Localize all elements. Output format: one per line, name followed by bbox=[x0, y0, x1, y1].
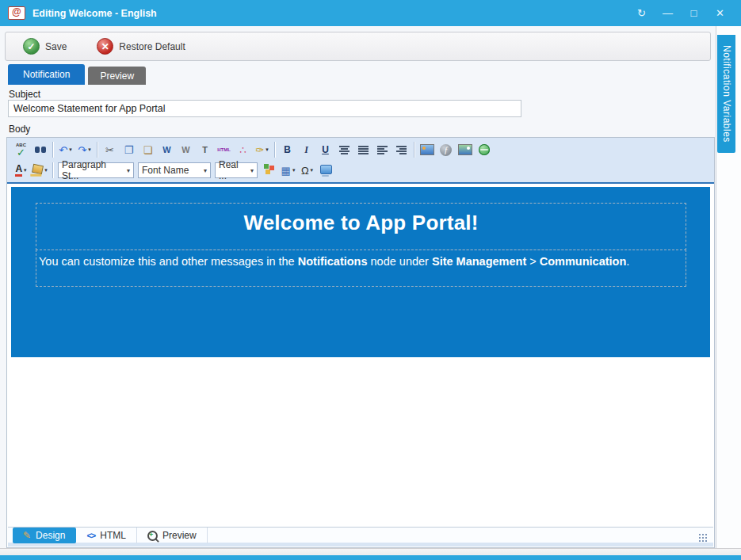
justify-icon[interactable] bbox=[354, 141, 372, 158]
mode-tab-design[interactable]: ✎Design bbox=[13, 528, 76, 543]
spellcheck-icon[interactable]: ABC✓ bbox=[12, 141, 30, 158]
palette-icon[interactable] bbox=[260, 162, 278, 179]
align-right-icon[interactable] bbox=[392, 141, 411, 158]
mode-tab-preview[interactable]: Preview bbox=[137, 528, 208, 543]
paragraph-segment: . bbox=[626, 255, 629, 268]
save-check-icon: ✓ bbox=[23, 38, 40, 55]
background-color-icon[interactable]: ▾ bbox=[31, 162, 49, 179]
editor-canvas[interactable]: Welcome to App Portal! You can customize… bbox=[8, 184, 713, 527]
paragraph-segment: > bbox=[526, 255, 540, 268]
window-title: Editing Welcome - English bbox=[32, 8, 157, 19]
pencil-icon: ✎ bbox=[23, 530, 31, 541]
subject-input[interactable] bbox=[8, 100, 521, 117]
paste-icon-glyph: ❏ bbox=[143, 145, 153, 155]
foreground-color-icon[interactable]: A▾ bbox=[12, 162, 30, 179]
minimize-button[interactable]: — bbox=[655, 3, 681, 24]
paragraph-block[interactable]: You can customize this and other message… bbox=[36, 250, 686, 287]
justify-icon-glyph bbox=[358, 146, 369, 154]
format-stripper-icon-glyph: ✑ bbox=[255, 145, 264, 155]
copy-icon[interactable]: ❐ bbox=[120, 141, 138, 158]
paste-from-word-icon[interactable]: W bbox=[158, 141, 176, 158]
window-bottom-border bbox=[0, 555, 741, 560]
save-label: Save bbox=[45, 41, 67, 52]
underline-icon-glyph: U bbox=[322, 145, 329, 154]
insert-table-icon[interactable]: ▦▾ bbox=[279, 162, 297, 179]
insert-symbol-icon[interactable]: Ω▾ bbox=[298, 162, 316, 179]
editor-toolbar-row1: ABC✓↶▾↷▾✂❐❏WWTHTML∴✑▾BIUf bbox=[12, 139, 711, 160]
editor-toolbars: ABC✓↶▾↷▾✂❐❏WWTHTML∴✑▾BIUf A▾▾Paragraph S… bbox=[7, 138, 714, 184]
paste-from-word-strip-font-icon-glyph: W bbox=[181, 146, 189, 154]
mode-tab-preview-label: Preview bbox=[162, 530, 197, 541]
rich-text-editor: ABC✓↶▾↷▾✂❐❏WWTHTML∴✑▾BIUf A▾▾Paragraph S… bbox=[6, 137, 715, 548]
paste-plain-text-icon[interactable]: T bbox=[196, 141, 214, 158]
action-bar: ✓ Save ✕ Restore Default bbox=[5, 32, 711, 61]
paste-plain-text-icon-glyph: T bbox=[202, 146, 208, 154]
save-button[interactable]: ✓ Save bbox=[18, 37, 71, 55]
insert-snippet-icon[interactable] bbox=[317, 162, 335, 179]
paste-from-word-icon-glyph: W bbox=[162, 146, 170, 154]
tab-notification[interactable]: Notification bbox=[8, 64, 85, 85]
app-envelope-icon bbox=[8, 6, 25, 20]
close-button[interactable]: ✕ bbox=[707, 3, 733, 24]
maximize-button[interactable]: □ bbox=[681, 3, 707, 24]
chevron-down-icon: ▾ bbox=[24, 167, 27, 173]
chevron-down-icon: ▾ bbox=[292, 167, 296, 173]
align-left-icon-glyph bbox=[377, 146, 388, 154]
align-center-icon-glyph bbox=[339, 146, 349, 154]
paste-icon[interactable]: ❏ bbox=[139, 141, 157, 158]
resize-grip-icon[interactable] bbox=[698, 533, 707, 542]
undo-icon[interactable]: ↶▾ bbox=[56, 141, 74, 158]
chevron-down-icon: ▾ bbox=[127, 167, 130, 174]
paragraph-segment: node under bbox=[368, 255, 432, 268]
magnifier-icon bbox=[147, 531, 158, 541]
restore-label: Restore Default bbox=[119, 41, 185, 52]
notification-variables-tab[interactable]: Notification Variables bbox=[717, 35, 735, 153]
align-right-icon-glyph bbox=[396, 146, 407, 154]
paragraph-segment: Notifications bbox=[298, 255, 368, 268]
paragraph-segment: You can customize this and other message… bbox=[39, 255, 298, 268]
code-icon: <> bbox=[86, 531, 95, 540]
font-name-select[interactable]: Font Name▾ bbox=[138, 162, 211, 178]
flash-manager-icon-glyph: f bbox=[440, 144, 452, 156]
body-label: Body bbox=[9, 124, 30, 135]
paste-html-icon[interactable]: ∴ bbox=[234, 141, 252, 158]
find-replace-icon[interactable] bbox=[31, 141, 49, 158]
chevron-down-icon: ▾ bbox=[44, 167, 48, 173]
chevron-down-icon: ▾ bbox=[311, 167, 314, 173]
hyperlink-manager-icon[interactable] bbox=[475, 141, 493, 158]
underline-icon[interactable]: U bbox=[316, 141, 334, 158]
italic-icon[interactable]: I bbox=[297, 141, 315, 158]
restore-default-button[interactable]: ✕ Restore Default bbox=[92, 37, 189, 55]
format-stripper-icon[interactable]: ✑▾ bbox=[253, 141, 271, 158]
tab-preview[interactable]: Preview bbox=[88, 67, 146, 85]
flash-manager-icon[interactable]: f bbox=[437, 141, 455, 158]
chevron-down-icon: ▾ bbox=[88, 147, 91, 153]
refresh-button[interactable]: ↻ bbox=[628, 3, 655, 24]
palette-icon-glyph bbox=[264, 164, 269, 169]
paste-as-html-icon[interactable]: HTML bbox=[215, 141, 233, 158]
align-left-icon[interactable] bbox=[373, 141, 392, 158]
font-size-select[interactable]: Real ...▾ bbox=[215, 162, 258, 178]
paste-from-word-strip-font-icon[interactable]: W bbox=[177, 141, 195, 158]
mode-tab-design-label: Design bbox=[36, 530, 65, 541]
redo-icon[interactable]: ↷▾ bbox=[75, 141, 94, 158]
insert-symbol-icon-glyph: Ω bbox=[301, 166, 309, 176]
toolbar-separator bbox=[97, 142, 97, 158]
image-manager-icon-glyph bbox=[420, 144, 434, 155]
paragraph-style-select[interactable]: Paragraph St...▾ bbox=[58, 162, 134, 178]
align-center-icon[interactable] bbox=[335, 141, 353, 158]
mode-tab-html[interactable]: <>HTML bbox=[76, 528, 137, 543]
bold-icon[interactable]: B bbox=[278, 141, 296, 158]
image-manager-icon[interactable] bbox=[418, 141, 436, 158]
restore-x-icon: ✕ bbox=[97, 38, 113, 55]
titlebar: Editing Welcome - English ↻—□✕ bbox=[0, 0, 741, 26]
italic-icon-glyph: I bbox=[304, 145, 308, 154]
top-tabs: NotificationPreview bbox=[8, 64, 146, 85]
cut-icon[interactable]: ✂ bbox=[101, 141, 119, 158]
image-map-icon[interactable] bbox=[456, 141, 474, 158]
bold-icon-glyph: B bbox=[284, 145, 291, 154]
side-panel-rail: Notification Variables bbox=[716, 26, 741, 555]
find-replace-icon-glyph bbox=[35, 147, 40, 153]
heading-block[interactable]: Welcome to App Portal! bbox=[36, 203, 686, 250]
font-size-select-value: Real ... bbox=[219, 159, 247, 181]
